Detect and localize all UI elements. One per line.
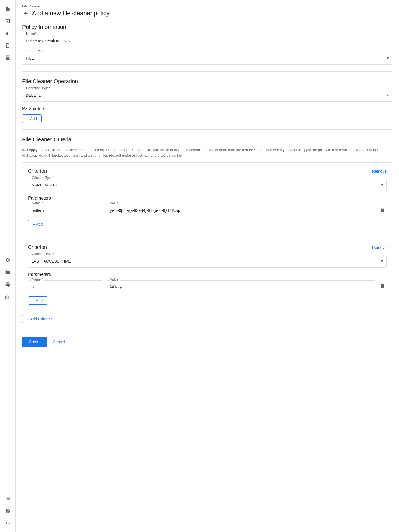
criterion-2-param-1-delete-icon[interactable]: [379, 282, 387, 291]
criteria-description: Will apply the operation to all files/di…: [22, 147, 392, 158]
operation-type-select[interactable]: DELETE ARCHIVE: [22, 89, 392, 102]
criterion-1-param-1-delete-icon[interactable]: [379, 206, 387, 215]
phone-icon[interactable]: [2, 40, 13, 51]
target-type-field: Target Type* FILE DIRECTORY ▾: [22, 52, 392, 65]
criterion-2-params-title: Parameters: [28, 272, 387, 277]
breadcrumb: File Cleaner: [22, 4, 392, 8]
criterion-1-param-row-1: Name * Value: [28, 204, 387, 217]
android-icon[interactable]: [2, 279, 13, 290]
criterion-1-title: Criterion: [28, 168, 47, 174]
add-criterion-button[interactable]: + Add Criterion: [22, 315, 57, 323]
criteria-title: File Cleaner Criteria: [22, 136, 392, 143]
sidebar: [0, 0, 16, 532]
criterion-1-card: Criterion Remove Criterion Type* NAME_MA…: [22, 162, 392, 234]
server-icon[interactable]: [2, 52, 13, 63]
name-field: Name*: [22, 35, 392, 47]
document-icon[interactable]: [2, 3, 13, 14]
criterion-2-param-1-name-label: Name *: [31, 278, 44, 281]
chart-icon[interactable]: [2, 28, 13, 39]
criterion-2-param-1-value-label: Value: [109, 278, 120, 281]
name-label: Name*: [25, 32, 37, 36]
criterion-1-param-1-name-input[interactable]: [28, 204, 103, 217]
page-header: File Cleaner Add a new file cleaner poli…: [16, 0, 399, 17]
cancel-button[interactable]: Cancel: [50, 337, 67, 347]
main-content: File Cleaner Add a new file cleaner poli…: [16, 0, 399, 532]
criterion-2-param-1-name-input[interactable]: [28, 280, 103, 293]
policy-info-title: Policy Information: [22, 24, 392, 30]
criterion-2-param-1-value-input[interactable]: [106, 280, 375, 293]
criterion-2-card: Criterion Remove Criterion Type* NAME_MA…: [22, 239, 392, 310]
criterion-2-type-label: Criterion Type*: [31, 252, 55, 256]
name-input[interactable]: [22, 35, 392, 47]
target-type-select[interactable]: FILE DIRECTORY: [22, 52, 392, 65]
criterion-1-param-1-value-label: Value: [109, 201, 120, 205]
criterion-2-param-row-1: Name * Value: [28, 280, 387, 293]
criterion-1-add-button[interactable]: + Add: [28, 220, 47, 228]
folder-icon[interactable]: [2, 267, 13, 278]
page-title: Add a new file cleaner policy: [32, 10, 110, 17]
monitoring-icon[interactable]: [2, 291, 13, 302]
criterion-2-title: Criterion: [28, 245, 47, 250]
calendar-icon[interactable]: [2, 16, 13, 27]
create-button[interactable]: Create: [22, 337, 47, 347]
help-icon[interactable]: [2, 505, 13, 516]
criterion-1-type-field: Criterion Type* NAME_MATCH LAST_ACCESS_T…: [28, 179, 387, 191]
operation-type-field: Operation Type* DELETE ARCHIVE ▾: [22, 89, 392, 102]
criterion-2-add-button[interactable]: + Add: [28, 296, 47, 305]
content-area: Policy Information Name* Target Type* FI…: [16, 24, 399, 358]
criterion-1-param-1-value-input[interactable]: [106, 204, 375, 217]
criterion-2-remove-button[interactable]: Remove: [372, 245, 387, 250]
settings-icon[interactable]: [2, 254, 13, 266]
code-icon[interactable]: [2, 518, 13, 529]
criterion-2-type-field: Criterion Type* NAME_MATCH LAST_ACCESS_T…: [28, 255, 387, 268]
back-button[interactable]: [22, 9, 30, 17]
criterion-1-param-1-name-label: Name *: [31, 201, 44, 205]
criterion-1-remove-button[interactable]: Remove: [372, 169, 387, 174]
operation-add-button[interactable]: + Add: [22, 114, 42, 123]
criterion-2-type-select[interactable]: NAME_MATCH LAST_ACCESS_TIME LAST_MODIFIE…: [28, 255, 387, 268]
list-icon[interactable]: [2, 493, 13, 504]
criterion-1-params-title: Parameters: [28, 196, 387, 201]
criterion-1-type-label: Criterion Type*: [31, 176, 55, 180]
operation-title: File Cleaner Operation: [22, 78, 392, 85]
criterion-1-type-select[interactable]: NAME_MATCH LAST_ACCESS_TIME LAST_MODIFIE…: [28, 179, 387, 191]
operation-type-label: Operation Type*: [25, 86, 51, 90]
target-type-label: Target Type*: [25, 49, 46, 53]
operation-parameters-title: Parameters: [22, 106, 392, 111]
